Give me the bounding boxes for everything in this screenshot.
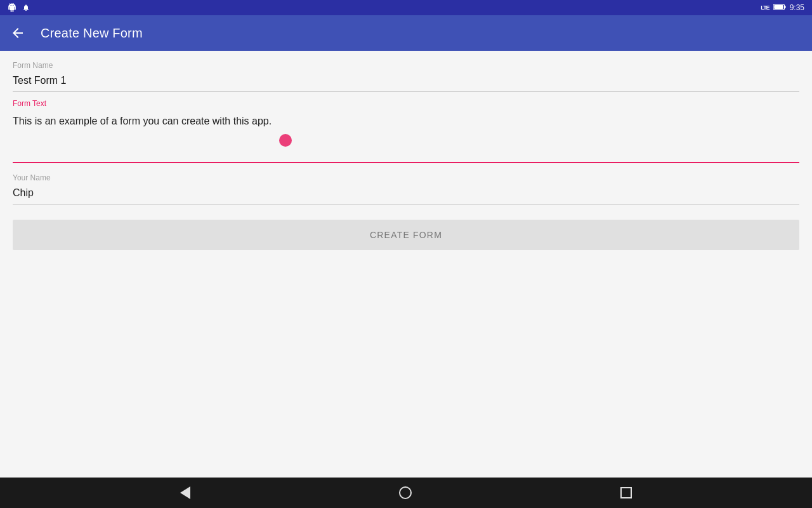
form-name-group: Form Name Test Form 1	[13, 61, 799, 92]
nav-back-button[interactable]	[180, 486, 190, 499]
android-icon	[8, 3, 16, 12]
battery-icon	[773, 2, 786, 13]
status-bar: LTE 9:35	[0, 0, 812, 15]
form-name-value[interactable]: Test Form 1	[13, 72, 799, 92]
notification-icon	[22, 3, 30, 12]
home-circle-icon	[399, 486, 412, 499]
status-bar-right: LTE 9:35	[761, 2, 804, 13]
nav-recents-button[interactable]	[620, 487, 632, 498]
your-name-label: Your Name	[13, 173, 799, 182]
app-bar: Create New Form	[0, 15, 812, 51]
form-text-group: Form Text This is an example of a form y…	[13, 97, 799, 163]
recents-square-icon	[620, 487, 632, 498]
your-name-value[interactable]: Chip	[13, 185, 799, 204]
form-text-wrapper: This is an example of a form you can cre…	[13, 109, 799, 163]
create-form-button[interactable]: CREATE FORM	[13, 220, 799, 250]
app-bar-title: Create New Form	[41, 26, 143, 41]
content-spacer	[13, 250, 799, 467]
svg-rect-2	[785, 6, 786, 8]
your-name-group: Your Name Chip	[13, 173, 799, 204]
form-text-value[interactable]: This is an example of a form you can cre…	[13, 109, 799, 159]
nav-home-button[interactable]	[399, 486, 412, 499]
lte-icon: LTE	[761, 4, 769, 11]
form-text-underline	[13, 162, 799, 163]
touch-indicator	[279, 134, 292, 147]
form-text-label: Form Text	[13, 99, 46, 108]
status-time: 9:35	[790, 3, 804, 12]
back-button[interactable]	[10, 25, 25, 41]
main-content: Form Name Test Form 1 Form Text This is …	[0, 51, 812, 478]
status-bar-left	[8, 3, 30, 12]
form-name-label: Form Name	[13, 61, 799, 70]
back-triangle-icon	[180, 486, 190, 499]
nav-bar	[0, 478, 812, 508]
svg-rect-1	[774, 5, 783, 9]
